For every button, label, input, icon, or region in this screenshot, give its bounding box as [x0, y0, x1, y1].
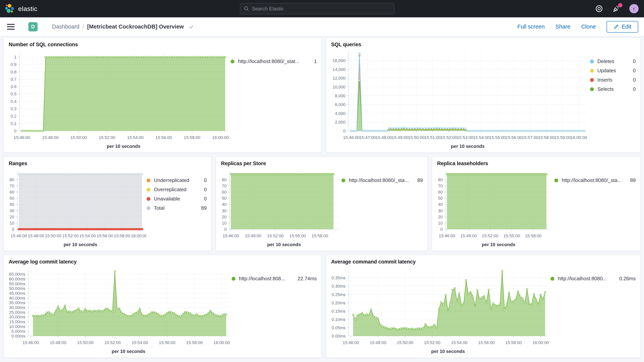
notification-badge [618, 3, 622, 7]
legend-item[interactable]: http://localhost:8080/_sta...89 [554, 177, 636, 183]
chart-plot[interactable]: 0102030405060708015:46:0015:49:0015:52:0… [433, 167, 554, 249]
clone-button[interactable]: Clone [581, 24, 596, 30]
legend-series-label: Updates [597, 68, 626, 74]
svg-text:4,000: 4,000 [335, 111, 346, 116]
svg-text:50: 50 [222, 196, 226, 201]
help-icon[interactable] [595, 4, 604, 13]
legend-series-value: 0 [200, 177, 207, 183]
svg-text:per 10 seconds: per 10 seconds [431, 349, 465, 354]
svg-text:60.00ms: 60.00ms [9, 276, 25, 282]
legend-series-label: Deletes [597, 58, 626, 64]
svg-text:per 10 seconds: per 10 seconds [451, 144, 485, 149]
legend-series-value: 89 [416, 177, 423, 183]
svg-text:15:56:00: 15:56:00 [159, 340, 176, 345]
svg-text:40: 40 [438, 202, 443, 207]
chart-plot[interactable]: 0102030405060708015:46:0015:48:0015:50:0… [5, 167, 146, 249]
chart-plot[interactable]: 0.00ms0.05ms0.10ms0.15ms0.20ms0.25ms0.30… [327, 265, 550, 356]
legend-series-value: 0 [629, 58, 636, 64]
chart-plot[interactable]: 0.00ms5.00ms10.00ms15.00ms20.00ms25.00ms… [5, 265, 232, 356]
legend-item[interactable]: Overreplicated0 [146, 186, 207, 192]
pencil-icon [614, 24, 619, 30]
user-avatar[interactable]: r [629, 4, 638, 13]
svg-text:15:58:00: 15:58:00 [312, 234, 328, 238]
legend-item[interactable]: http://localhost:8080/_stat...1 [230, 58, 317, 64]
legend-item[interactable]: http://localhost:8080/_sta...89 [342, 177, 423, 183]
legend-series-label: Underreplicated [154, 177, 197, 183]
svg-text:2,000: 2,000 [335, 120, 346, 124]
legend-series-dot [554, 178, 558, 182]
svg-text:80: 80 [10, 177, 14, 182]
full-screen-button[interactable]: Full screen [517, 24, 545, 30]
panel-replica-leaseholders: Replica leaseholders 0102030405060708015… [432, 156, 640, 251]
panel-title: Average command commit latency [331, 259, 635, 265]
search-input[interactable] [252, 6, 391, 12]
svg-text:70: 70 [438, 184, 443, 188]
legend-item[interactable]: Inserts0 [590, 77, 636, 83]
chart-legend: Underreplicated0Overreplicated0Unavailab… [146, 167, 208, 249]
legend-item[interactable]: Deletes0 [590, 58, 636, 64]
legend-series-label: Inserts [597, 77, 626, 83]
legend-item[interactable]: Selects0 [590, 86, 636, 92]
svg-text:15:55:00: 15:55:00 [290, 234, 306, 238]
svg-text:per 10 seconds: per 10 seconds [64, 242, 97, 247]
legend-series-dot [590, 78, 594, 82]
chart-plot[interactable]: 00.10.20.30.40.50.60.70.80.9115:46:0015:… [5, 48, 230, 151]
legend-series-label: http://localhost:8080/_sta... [349, 177, 413, 183]
legend-series-dot [342, 178, 345, 182]
svg-text:15:50:00: 15:50:00 [77, 340, 94, 345]
svg-text:15:55:00: 15:55:00 [504, 234, 520, 238]
svg-text:0.3: 0.3 [10, 106, 16, 111]
svg-text:0: 0 [343, 128, 346, 134]
svg-text:80: 80 [438, 177, 443, 182]
menu-icon[interactable] [7, 24, 15, 30]
legend-item[interactable]: Updates0 [590, 68, 636, 74]
svg-text:15:51:00: 15:51:00 [424, 135, 441, 140]
share-button[interactable]: Share [556, 24, 570, 30]
svg-text:15:46:00: 15:46:00 [343, 340, 359, 345]
breadcrumb-dashboard-link[interactable]: Dashboard [52, 24, 80, 30]
panel-command-commit-latency: Average command commit latency 0.00ms0.0… [326, 255, 640, 358]
legend-series-value: 89 [200, 205, 207, 211]
svg-text:30: 30 [10, 208, 14, 213]
legend-series-label: http://localhost:8080... [558, 276, 616, 282]
edit-button[interactable]: Edit [606, 21, 638, 32]
svg-text:0.10ms: 0.10ms [332, 317, 346, 322]
legend-series-value: 22.74ms [298, 276, 317, 282]
chart-plot[interactable]: 0102030405060708015:46:0015:49:0015:52:0… [217, 167, 342, 249]
svg-text:15:52:00: 15:52:00 [62, 234, 79, 238]
svg-text:15.00ms: 15.00ms [9, 320, 25, 324]
dashboard-toolbar: D Dashboard / [Metricbeat CockroachDB] O… [0, 17, 644, 36]
elastic-logo[interactable]: elastic [5, 4, 38, 14]
chart-legend: http://localhost:808...22.74ms [232, 265, 318, 356]
svg-text:16,000: 16,000 [332, 58, 346, 63]
news-icon[interactable] [612, 4, 621, 13]
svg-text:15:49:00: 15:49:00 [460, 234, 477, 238]
chart-canvas: 02,0004,0006,0008,00010,00012,00014,0001… [327, 48, 590, 151]
legend-item[interactable]: Underreplicated0 [146, 177, 207, 183]
svg-text:0: 0 [224, 227, 226, 232]
svg-text:20: 20 [222, 214, 226, 219]
space-avatar[interactable]: D [28, 22, 38, 32]
svg-text:0.35ms: 0.35ms [332, 276, 346, 280]
chart-plot[interactable]: 02,0004,0006,0008,00010,00012,00014,0001… [327, 48, 590, 151]
legend-series-value: 0 [629, 86, 636, 92]
legend-series-dot [146, 206, 150, 210]
svg-text:15:56:00: 15:56:00 [478, 340, 495, 345]
elastic-logo-icon [5, 4, 15, 14]
svg-text:30: 30 [438, 208, 443, 213]
svg-text:16:00:00: 16:00:00 [131, 234, 146, 238]
svg-text:15:57:00: 15:57:00 [522, 135, 538, 140]
svg-text:15:54:00: 15:54:00 [79, 234, 96, 238]
svg-text:15:46:00: 15:46:00 [343, 135, 360, 140]
legend-item[interactable]: http://localhost:8080...0.26ms [550, 276, 636, 282]
legend-item[interactable]: http://localhost:808...22.74ms [232, 276, 317, 282]
chart-legend: http://localhost:8080/_sta...89 [342, 167, 424, 249]
svg-text:14,000: 14,000 [332, 67, 346, 72]
svg-text:15:47:00: 15:47:00 [359, 135, 376, 140]
svg-text:15:58:00: 15:58:00 [538, 135, 554, 140]
legend-item[interactable]: Unavailable0 [146, 196, 207, 202]
global-search[interactable] [240, 3, 394, 14]
svg-text:0.05ms: 0.05ms [332, 326, 346, 330]
legend-item[interactable]: Total89 [146, 205, 207, 211]
svg-text:50: 50 [10, 196, 14, 201]
